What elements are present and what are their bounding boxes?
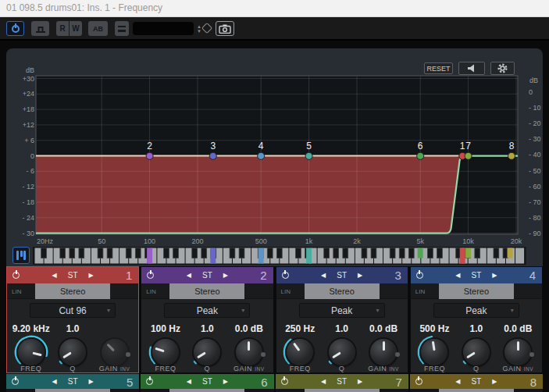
tab-stereo[interactable]: Stereo	[35, 283, 110, 299]
gain-value[interactable]: 0.0 dB	[497, 323, 539, 334]
channel-mode-label[interactable]: ST	[68, 377, 78, 386]
channel-right-arrow[interactable]: ▶	[492, 272, 497, 279]
black-key[interactable]	[70, 248, 75, 258]
q-value[interactable]: 1.0	[321, 323, 362, 334]
channel-mode-label[interactable]: ST	[471, 377, 481, 386]
band-handle-8[interactable]	[508, 152, 515, 159]
band-handle-2[interactable]	[146, 152, 153, 159]
tab-linear[interactable]: LIN	[415, 288, 425, 295]
freq-value[interactable]: 100 Hz	[144, 323, 186, 334]
q-value[interactable]: 1.0	[187, 323, 228, 334]
tab-stereo[interactable]	[169, 389, 244, 392]
tab-stereo[interactable]: Stereo	[305, 283, 380, 299]
channel-mode-label[interactable]: ST	[202, 271, 212, 280]
filter-type-select[interactable]: Cut 96▾	[30, 303, 116, 318]
freq-value[interactable]: 500 Hz	[414, 323, 455, 334]
band-key-7[interactable]	[465, 248, 471, 258]
white-key[interactable]	[515, 248, 524, 264]
channel-mode-label[interactable]: ST	[337, 377, 347, 386]
band-handle-4[interactable]	[258, 152, 265, 159]
black-key[interactable]	[267, 248, 273, 258]
channel-left-arrow[interactable]: ◀	[187, 272, 191, 279]
tab-stereo[interactable]: Stereo	[439, 283, 514, 299]
black-key[interactable]	[333, 248, 339, 258]
freq-value[interactable]: 250 Hz	[280, 323, 321, 334]
band-handle-5[interactable]	[305, 152, 312, 159]
black-key[interactable]	[408, 248, 414, 258]
band-key-3[interactable]	[210, 248, 216, 264]
black-key[interactable]	[41, 248, 47, 258]
black-key[interactable]	[428, 248, 433, 258]
channel-left-arrow[interactable]: ◀	[321, 272, 326, 279]
black-key[interactable]	[437, 248, 443, 258]
tab-stereo[interactable]	[35, 389, 110, 392]
band-key-6[interactable]	[418, 248, 423, 258]
black-key[interactable]	[494, 248, 499, 258]
band-key-5[interactable]	[306, 248, 312, 264]
black-key[interactable]	[201, 248, 207, 258]
black-key[interactable]	[164, 248, 169, 258]
channel-left-arrow[interactable]: ◀	[455, 378, 460, 385]
channel-left-arrow[interactable]: ◀	[321, 378, 326, 385]
black-key[interactable]	[390, 248, 395, 258]
tab-linear[interactable]: LIN	[146, 288, 155, 295]
tab-stereo[interactable]	[305, 389, 380, 392]
black-key[interactable]	[192, 248, 198, 258]
channel-left-arrow[interactable]: ◀	[455, 272, 460, 279]
channel-left-arrow[interactable]: ◀	[187, 378, 191, 385]
channel-left-arrow[interactable]: ◀	[52, 272, 57, 279]
band-handle-7[interactable]	[465, 152, 472, 159]
black-key[interactable]	[362, 248, 367, 258]
eq-plot[interactable]: 12345678	[0, 0, 549, 269]
band-key-1[interactable]	[460, 248, 465, 264]
black-key[interactable]	[324, 248, 330, 258]
black-key[interactable]	[107, 248, 112, 258]
black-key[interactable]	[399, 248, 405, 258]
tab-linear[interactable]: LIN	[12, 288, 21, 295]
gain-value[interactable]: 0.0 dB	[362, 323, 404, 334]
black-key[interactable]	[79, 248, 84, 258]
filter-type-select[interactable]: Peak▾	[433, 303, 519, 318]
channel-mode-label[interactable]: ST	[471, 271, 481, 280]
filter-type-select[interactable]: Peak▾	[299, 303, 385, 318]
channel-mode-label[interactable]: ST	[68, 271, 78, 280]
freq-value[interactable]: 9.20 kHz	[10, 323, 52, 334]
black-key[interactable]	[239, 248, 244, 258]
band-handle-6[interactable]	[417, 152, 424, 159]
black-key[interactable]	[371, 248, 376, 258]
filter-type-select[interactable]: Peak▾	[164, 303, 250, 318]
black-key[interactable]	[343, 248, 348, 258]
invert-button[interactable]	[395, 352, 400, 357]
invert-button[interactable]	[261, 352, 266, 357]
band-key-8[interactable]	[508, 248, 513, 258]
gain-value[interactable]: 0.0 dB	[228, 323, 269, 334]
channel-right-arrow[interactable]: ▶	[358, 272, 362, 279]
black-key[interactable]	[296, 248, 301, 258]
tab-linear[interactable]: LIN	[281, 288, 291, 295]
channel-right-arrow[interactable]: ▶	[358, 378, 362, 385]
black-key[interactable]	[276, 248, 282, 258]
tab-stereo[interactable]: Stereo	[169, 283, 244, 299]
q-value[interactable]: 1.0	[455, 323, 497, 334]
channel-mode-label[interactable]: ST	[337, 271, 347, 280]
channel-left-arrow[interactable]: ◀	[52, 378, 57, 385]
invert-button[interactable]	[529, 352, 534, 357]
tab-stereo[interactable]	[439, 389, 514, 392]
channel-right-arrow[interactable]: ▶	[223, 272, 228, 279]
channel-right-arrow[interactable]: ▶	[89, 272, 94, 279]
band-key-4[interactable]	[258, 248, 264, 264]
keyboard-toggle-button[interactable]	[12, 247, 30, 264]
black-key[interactable]	[98, 248, 103, 258]
band-key-2[interactable]	[147, 248, 152, 264]
q-value[interactable]: 1.0	[52, 323, 93, 334]
channel-right-arrow[interactable]: ▶	[223, 378, 228, 385]
black-key[interactable]	[173, 248, 179, 258]
black-key[interactable]	[230, 248, 235, 258]
channel-right-arrow[interactable]: ▶	[492, 378, 497, 385]
channel-mode-label[interactable]: ST	[202, 377, 212, 386]
black-key[interactable]	[135, 248, 141, 258]
black-key[interactable]	[60, 248, 66, 258]
black-key[interactable]	[126, 248, 131, 258]
black-key[interactable]	[475, 248, 480, 258]
channel-right-arrow[interactable]: ▶	[89, 378, 94, 385]
